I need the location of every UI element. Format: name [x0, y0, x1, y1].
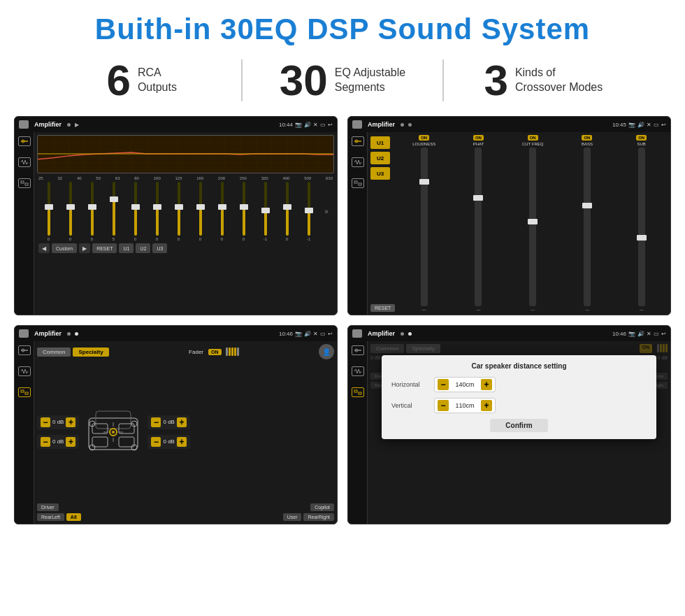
eq-slider-3[interactable]: 0: [82, 182, 102, 241]
horizontal-minus[interactable]: −: [438, 379, 449, 390]
vol-tr-plus[interactable]: +: [177, 417, 187, 427]
freq-250: 250: [240, 176, 247, 180]
home-icon[interactable]: [19, 120, 29, 129]
freq-630: 630: [326, 176, 333, 180]
stat-rca: 6 RCAOutputs: [42, 59, 241, 102]
loudness-label: LOUDNESS: [412, 142, 435, 146]
eq-slider-9[interactable]: 0: [212, 182, 232, 241]
bass-on-badge[interactable]: ON: [582, 135, 592, 141]
sub-val: —: [640, 308, 644, 312]
eq-balance-icon[interactable]: [18, 178, 31, 188]
freq-63: 63: [115, 176, 120, 180]
sub-slider-thumb[interactable]: [637, 235, 647, 241]
s2-wave-icon[interactable]: [352, 157, 364, 167]
loudness-group: ON LOUDNESS —: [398, 135, 450, 312]
preset-u1[interactable]: U1: [370, 136, 390, 149]
cutfreq-val: —: [531, 308, 535, 312]
rearright-btn[interactable]: RearRight: [303, 513, 334, 521]
all-btn[interactable]: All: [66, 513, 81, 521]
vertical-plus[interactable]: +: [481, 400, 492, 411]
s2-balance-icon[interactable]: [352, 178, 364, 188]
bass-group: ON BASS —: [561, 135, 614, 312]
phat-on-badge[interactable]: ON: [473, 135, 484, 141]
eq-slider-7[interactable]: 0: [168, 182, 189, 241]
loudness-on-badge[interactable]: ON: [419, 135, 429, 141]
eq-slider-2[interactable]: 0: [60, 182, 80, 241]
eq-u3-btn[interactable]: U3: [152, 243, 167, 253]
screen2-title: Amplifier: [368, 121, 395, 128]
eq-slider-12[interactable]: 0: [277, 182, 297, 241]
confirm-button[interactable]: Confirm: [490, 419, 547, 432]
cutfreq-slider-thumb[interactable]: [528, 219, 538, 224]
s4-balance-icon[interactable]: [352, 387, 364, 397]
vol-tr-minus[interactable]: −: [151, 417, 161, 427]
close-icon: ✕: [313, 122, 318, 128]
stat-crossover-label: Kinds ofCrossover Modes: [515, 66, 603, 95]
freq-32: 32: [57, 176, 62, 180]
s2-filter-icon[interactable]: [352, 136, 364, 146]
dialog-title: Car speaker distance setting: [391, 362, 647, 370]
s4-wave-icon[interactable]: [352, 366, 364, 376]
vol-br-minus[interactable]: −: [151, 437, 161, 447]
loudness-slider-thumb[interactable]: [419, 179, 429, 185]
eq-prev-btn[interactable]: ◀: [38, 243, 50, 253]
vol-tl-plus[interactable]: +: [66, 417, 75, 427]
eq-slider-11[interactable]: -1: [255, 182, 275, 241]
s3-wave-icon[interactable]: [18, 366, 31, 376]
eq-slider-10[interactable]: 0: [233, 182, 254, 241]
s4-filter-icon[interactable]: [352, 345, 364, 355]
preset-u3[interactable]: U3: [370, 167, 390, 180]
phat-slider-thumb[interactable]: [473, 195, 483, 201]
eq-slider-8[interactable]: 0: [190, 182, 210, 241]
eq-slider-4[interactable]: 5: [103, 182, 124, 241]
vol-bl-plus[interactable]: +: [66, 437, 75, 447]
eq-reset-btn[interactable]: RESET: [92, 243, 117, 253]
vol-tl-minus[interactable]: −: [41, 417, 50, 427]
eq-next-btn[interactable]: ▶: [79, 243, 90, 253]
rearleft-btn[interactable]: RearLeft: [37, 513, 64, 521]
eq-slider-6[interactable]: 0: [147, 182, 167, 241]
eq-u2-btn[interactable]: U2: [136, 243, 150, 253]
s3-filter-icon[interactable]: [18, 345, 31, 355]
screen2-home-icon[interactable]: [352, 120, 362, 129]
eq-custom-label[interactable]: Custom: [52, 243, 77, 253]
s3-balance-icon[interactable]: [18, 387, 31, 397]
crossover-reset-btn[interactable]: RESET: [370, 304, 395, 312]
horizontal-plus[interactable]: +: [481, 379, 492, 390]
vol-bl-minus[interactable]: −: [41, 437, 50, 447]
s4-tab-common: Common: [370, 344, 404, 353]
sub-on-badge[interactable]: ON: [636, 135, 647, 141]
preset-u2[interactable]: U2: [370, 152, 390, 164]
cutfreq-on-badge[interactable]: ON: [528, 135, 538, 141]
screen3-rect: ▭: [320, 331, 326, 337]
vol-tr-value: 0 dB: [163, 419, 174, 425]
vertical-minus[interactable]: −: [438, 400, 449, 411]
profile-icon[interactable]: 👤: [319, 344, 334, 359]
svg-rect-7: [354, 181, 357, 183]
eq-slider-13[interactable]: -1: [298, 182, 319, 241]
screen-distance: Amplifier 10:46 📷 🔊 ✕ ▭ ↩: [347, 325, 671, 524]
tab-specialty[interactable]: Specialty: [73, 348, 108, 357]
vol-br-plus[interactable]: +: [177, 437, 187, 447]
eq-filter-icon[interactable]: [18, 136, 31, 146]
tab-common[interactable]: Common: [37, 348, 71, 357]
driver-btn[interactable]: Driver: [37, 503, 59, 511]
stat-crossover: 3 Kinds ofCrossover Modes: [444, 59, 643, 102]
screen4-home-icon[interactable]: [352, 329, 362, 338]
eq-slider-5[interactable]: 0: [125, 182, 145, 241]
eq-u1-btn[interactable]: U1: [119, 243, 134, 253]
eq-wave-icon[interactable]: [18, 157, 31, 167]
screen4-dot2: [408, 332, 412, 336]
screen3-home-icon[interactable]: [19, 329, 29, 338]
expand-arrows[interactable]: »: [320, 182, 333, 241]
user-btn[interactable]: User: [283, 513, 302, 521]
copilot-btn[interactable]: Copilot: [310, 503, 334, 511]
stat-rca-number: 6: [106, 59, 130, 102]
screen3-time: 10:46: [279, 331, 293, 337]
bass-slider-thumb[interactable]: [582, 203, 592, 208]
screen3-bottom-row2: RearLeft All User RearRight: [37, 511, 334, 521]
vol-br-value: 0 dB: [163, 438, 174, 445]
fader-on-badge[interactable]: ON: [208, 349, 222, 355]
s4-tick-1: [657, 344, 659, 352]
eq-slider-1[interactable]: 0: [38, 182, 59, 241]
